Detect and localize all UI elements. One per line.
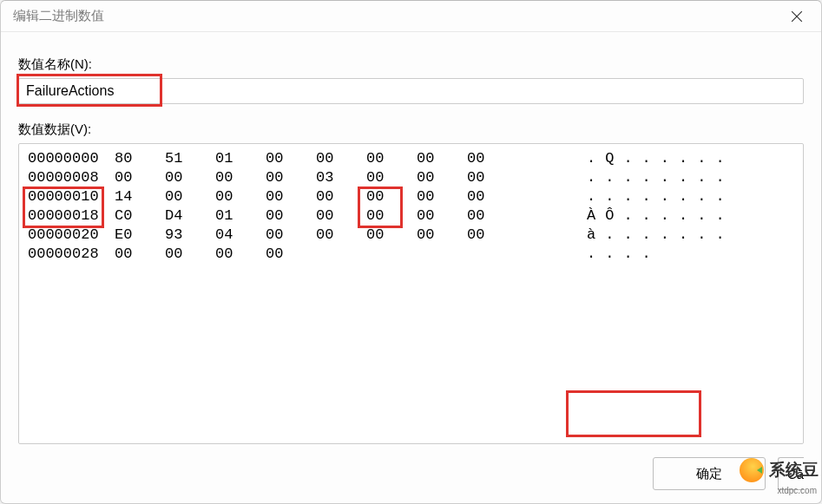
hex-row[interactable]: 00000020E093040000000000à....... xyxy=(28,226,794,245)
hex-row[interactable]: 00000018C0D4010000000000ÀÔ...... xyxy=(28,206,794,226)
hex-offset: 00000028 xyxy=(28,245,115,264)
hex-byte[interactable]: 00 xyxy=(266,168,316,187)
value-data-label: 数值数据(V): xyxy=(18,121,804,138)
hex-offset: 00000010 xyxy=(28,187,115,206)
value-name-label: 数值名称(N): xyxy=(18,56,804,73)
hex-byte[interactable]: 00 xyxy=(215,245,266,264)
hex-byte[interactable]: 00 xyxy=(115,245,165,264)
hex-offset: 00000018 xyxy=(28,206,115,226)
hex-byte[interactable]: 00 xyxy=(115,168,165,187)
watermark-url: xtdpc.com xyxy=(777,486,817,495)
hex-byte[interactable]: 00 xyxy=(417,149,467,168)
hex-ascii: à....... xyxy=(587,226,734,245)
hex-ascii: ........ xyxy=(587,168,734,187)
hex-byte[interactable]: 00 xyxy=(417,168,467,187)
watermark: 系统豆 xyxy=(740,458,819,482)
hex-byte[interactable]: 00 xyxy=(366,168,417,187)
hex-byte[interactable]: 00 xyxy=(467,149,517,168)
hex-byte[interactable]: 93 xyxy=(165,226,215,245)
watermark-brand: 系统豆 xyxy=(769,459,819,481)
hex-byte[interactable]: 00 xyxy=(266,187,316,206)
hex-byte[interactable]: 51 xyxy=(165,149,215,168)
hex-byte[interactable]: 00 xyxy=(316,226,366,245)
hex-byte[interactable]: 00 xyxy=(316,187,366,206)
hex-byte[interactable]: 00 xyxy=(417,226,467,245)
hex-byte[interactable]: 00 xyxy=(266,149,316,168)
hex-byte[interactable]: 00 xyxy=(165,168,215,187)
hex-byte[interactable]: 00 xyxy=(467,168,517,187)
hex-offset: 00000000 xyxy=(28,149,115,168)
hex-byte[interactable]: 01 xyxy=(215,149,266,168)
hex-byte[interactable]: 00 xyxy=(417,206,467,226)
close-button[interactable] xyxy=(779,4,814,29)
hex-byte[interactable]: C0 xyxy=(115,206,165,226)
watermark-icon xyxy=(740,458,764,482)
hex-ascii: .Q...... xyxy=(587,149,734,168)
value-name-input[interactable]: FailureActions xyxy=(18,78,804,104)
hex-byte[interactable] xyxy=(467,245,517,264)
edit-binary-dialog: 编辑二进制数值 数值名称(N): FailureActions 数值数据(V):… xyxy=(0,0,822,504)
value-name-text: FailureActions xyxy=(26,83,114,99)
hex-ascii: ÀÔ...... xyxy=(587,206,734,226)
hex-byte[interactable]: 00 xyxy=(467,226,517,245)
hex-row[interactable]: 0000002800000000.... xyxy=(28,245,794,264)
titlebar: 编辑二进制数值 xyxy=(1,1,821,32)
button-row: 确定 Cā xyxy=(1,444,821,503)
hex-byte[interactable]: 00 xyxy=(165,187,215,206)
dialog-content: 数值名称(N): FailureActions 数值数据(V): 0000000… xyxy=(1,32,821,444)
hex-byte[interactable]: 00 xyxy=(366,187,417,206)
hex-byte[interactable]: 00 xyxy=(266,206,316,226)
hex-byte[interactable]: 00 xyxy=(366,226,417,245)
hex-row[interactable]: 000000101400000000000000........ xyxy=(28,187,794,206)
close-icon xyxy=(791,10,803,23)
hex-byte[interactable]: 00 xyxy=(316,206,366,226)
ok-button-label: 确定 xyxy=(696,466,722,482)
hex-byte[interactable]: 00 xyxy=(467,206,517,226)
hex-row[interactable]: 000000080000000003000000........ xyxy=(28,168,794,187)
hex-byte[interactable]: 00 xyxy=(215,187,266,206)
hex-byte[interactable] xyxy=(316,245,366,264)
hex-byte[interactable]: 04 xyxy=(215,226,266,245)
hex-ascii: ........ xyxy=(587,187,734,206)
hex-editor[interactable]: 000000008051010000000000.Q......00000008… xyxy=(18,143,804,444)
hex-byte[interactable] xyxy=(366,245,417,264)
hex-byte[interactable]: 00 xyxy=(266,245,316,264)
hex-byte[interactable]: 00 xyxy=(316,149,366,168)
hex-byte[interactable]: 00 xyxy=(165,245,215,264)
hex-byte[interactable]: D4 xyxy=(165,206,215,226)
hex-byte[interactable]: 00 xyxy=(266,226,316,245)
hex-byte[interactable]: 80 xyxy=(115,149,165,168)
dialog-title: 编辑二进制数值 xyxy=(13,8,104,24)
hex-byte[interactable]: 01 xyxy=(215,206,266,226)
hex-byte[interactable] xyxy=(417,245,467,264)
hex-row[interactable]: 000000008051010000000000.Q...... xyxy=(28,149,794,168)
hex-byte[interactable]: 00 xyxy=(215,168,266,187)
hex-ascii: .... xyxy=(587,245,661,264)
hex-offset: 00000020 xyxy=(28,226,115,245)
hex-offset: 00000008 xyxy=(28,168,115,187)
hex-byte[interactable]: 00 xyxy=(467,187,517,206)
hex-byte[interactable]: 00 xyxy=(366,206,417,226)
hex-byte[interactable]: 03 xyxy=(316,168,366,187)
hex-byte[interactable]: 00 xyxy=(366,149,417,168)
hex-byte[interactable]: 14 xyxy=(115,187,165,206)
hex-byte[interactable]: 00 xyxy=(417,187,467,206)
hex-byte[interactable]: E0 xyxy=(115,226,165,245)
